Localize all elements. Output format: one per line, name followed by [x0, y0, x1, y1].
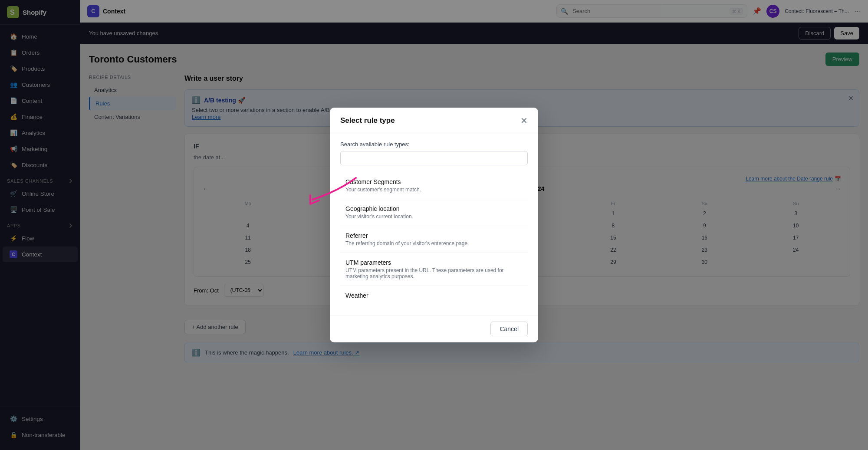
modal-search-input[interactable]	[340, 151, 528, 165]
rule-item-title: Customer Segments	[345, 178, 523, 185]
rule-item-desc: Your visitor's current location.	[345, 214, 523, 220]
modal-search-label: Search available rule types:	[340, 141, 528, 148]
rule-types-list: Customer Segments Your customer's segmen…	[340, 172, 528, 306]
rule-item-title: Referrer	[345, 232, 523, 239]
rule-item-desc: UTM parameters present in the URL. These…	[345, 267, 523, 279]
rule-item-referrer[interactable]: Referrer The referring domain of your vi…	[340, 226, 528, 253]
rule-item-desc: The referring domain of your visitor's e…	[345, 240, 523, 246]
modal-overlay[interactable]: Select rule type ✕ Search available rule…	[0, 0, 868, 450]
rule-item-weather[interactable]: Weather	[340, 286, 528, 306]
modal-close-button[interactable]: ✕	[520, 116, 528, 125]
modal-footer: Cancel	[330, 315, 538, 342]
cancel-button[interactable]: Cancel	[490, 322, 528, 336]
rule-item-title: UTM parameters	[345, 259, 523, 266]
rule-item-customer-segments[interactable]: Customer Segments Your customer's segmen…	[340, 172, 528, 199]
select-rule-modal: Select rule type ✕ Search available rule…	[330, 108, 538, 342]
rule-item-utm-parameters[interactable]: UTM parameters UTM parameters present in…	[340, 253, 528, 286]
rule-item-title: Weather	[345, 292, 523, 299]
rule-item-geographic-location[interactable]: Geographic location Your visitor's curre…	[340, 199, 528, 226]
modal-body: Search available rule types: Customer Se…	[330, 132, 538, 315]
rule-item-title: Geographic location	[345, 205, 523, 212]
modal-header: Select rule type ✕	[330, 108, 538, 132]
modal-title: Select rule type	[340, 116, 395, 125]
rule-item-desc: Your customer's segment match.	[345, 187, 523, 193]
